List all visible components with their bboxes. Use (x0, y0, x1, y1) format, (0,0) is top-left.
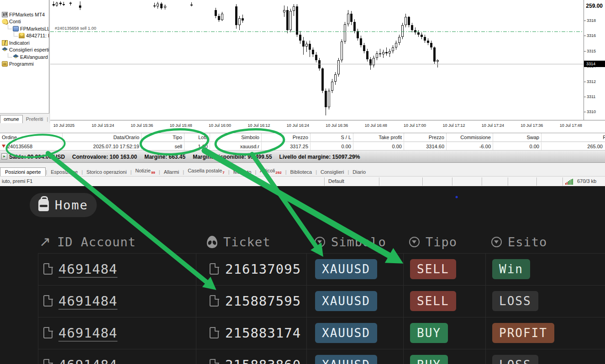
tab-casella-postale[interactable]: Casella postale7 (184, 166, 228, 176)
esito-tag[interactable]: LOSS (492, 355, 538, 364)
order-cell[interactable]: 3314.60 (404, 142, 447, 150)
time-tick-label: 10 Jul 17:00 (404, 123, 426, 128)
navigator-panel: FPMarkets MT4ContiFPMarketsLLC4842711: I… (0, 0, 49, 123)
ticket-value[interactable]: 216137095 (225, 261, 301, 277)
tipo-tag[interactable]: BUY (410, 355, 448, 364)
order-cell[interactable]: sell (142, 142, 184, 150)
simbolo-tag[interactable]: XAUUSD (315, 291, 377, 311)
account-id-link[interactable]: 4691484 (58, 325, 117, 341)
status-profile[interactable]: Default (328, 178, 344, 184)
order-cell[interactable]: 2025.07.10 17:52:19 (63, 142, 142, 150)
navigator-tab-omune[interactable]: omune (0, 115, 23, 123)
orders-header-take-profit[interactable]: Take profit (353, 133, 404, 141)
tab-consiglieri[interactable]: Consiglieri (317, 168, 347, 176)
candle (357, 31, 359, 38)
orders-header-lotti[interactable]: Lotti (184, 133, 210, 141)
tab-allarmi[interactable]: Allarmi (160, 168, 183, 176)
summary-profit: 259.00 (586, 0, 603, 12)
sidebar-item-eavanguard[interactable]: EAVanguard (0, 53, 49, 61)
orders-header-s-l[interactable]: S / L (310, 133, 353, 141)
orders-header-commissione[interactable]: Commissione (447, 133, 493, 141)
orders-table-row[interactable]: 2401356582025.07.10 17:52:19sell1.00xauu… (0, 142, 605, 151)
home-button[interactable]: Home (30, 193, 97, 217)
esito-tag[interactable]: LOSS (492, 291, 538, 311)
tab-biblioteca[interactable]: Biblioteca (287, 168, 316, 176)
orders-header-swap[interactable]: Swap (493, 133, 542, 141)
simbolo-tag[interactable]: XAUUSD (315, 259, 377, 279)
expand-summary-icon[interactable]: ▸ (1, 153, 7, 160)
order-cell[interactable]: xauusd.r (210, 142, 262, 150)
esito-tag[interactable]: PROFIT (492, 323, 554, 343)
sidebar-item-consiglieri-esperti[interactable]: Consiglieri esperti (0, 47, 49, 54)
statusbar-separator (379, 177, 380, 186)
candle (235, 6, 237, 25)
tab-notizie[interactable]: Notizie99 (132, 166, 159, 176)
select-icon (491, 237, 502, 247)
tab-diario[interactable]: Diario (349, 168, 369, 176)
sidebar-item-programmi[interactable]: Programmi (0, 61, 49, 68)
orders-header-profit[interactable]: Profit (542, 133, 605, 141)
time-tick-label: 10 Jul 16:00 (209, 123, 231, 128)
order-cell[interactable]: 1.00 (184, 142, 210, 150)
candle (325, 91, 327, 107)
order-cell[interactable]: 0.00 (353, 142, 404, 150)
time-tick-label: 10 Jul 16:12 (247, 123, 270, 128)
page-icon (210, 263, 219, 275)
esito-tag[interactable]: Win (492, 259, 530, 279)
column-header-simbolo[interactable]: Simbolo (315, 230, 386, 253)
column-header-id-account[interactable]: ↗ID Account (39, 230, 136, 253)
orders-header-prezzo[interactable]: Prezzo (404, 133, 447, 141)
sidebar-item-4842711-i[interactable]: 4842711: I (0, 32, 49, 40)
tab-articoli[interactable]: Articoli292 (256, 166, 285, 176)
candle (366, 51, 368, 59)
time-axis[interactable]: 10 Jul 202510 Jul 15:2410 Jul 15:3610 Ju… (50, 120, 605, 133)
ticket-value[interactable]: 215883174 (225, 325, 301, 341)
navigator-tab-preferiti[interactable]: Preferiti (23, 115, 47, 123)
tab-posizioni-aperte[interactable]: Posizioni aperte (0, 167, 46, 176)
price-chart[interactable]: #240135658 sell 1.00 (50, 0, 584, 120)
candle (302, 41, 305, 47)
tipo-tag[interactable]: BUY (410, 323, 448, 343)
page: #240135658 sell 1.00 3318331633153314331… (0, 0, 605, 364)
simbolo-tag[interactable]: XAUUSD (315, 355, 377, 364)
candle (53, 4, 55, 5)
column-header-esito[interactable]: Esito (491, 230, 547, 253)
order-cell[interactable]: 265.00 (542, 142, 605, 150)
tab-badge: 7 (222, 171, 224, 175)
orders-header-prezzo[interactable]: Prezzo (262, 133, 310, 141)
ticket-value[interactable]: 215887595 (225, 293, 301, 309)
tipo-tag[interactable]: SELL (410, 291, 456, 311)
navigator-tabs: omunePreferiti| (0, 113, 49, 123)
orders-header-data-orario[interactable]: Data/Orario (63, 133, 142, 141)
order-cell[interactable]: 0.00 (493, 142, 542, 150)
orders-header-simbolo[interactable]: Simbolo (210, 133, 262, 141)
price-axis[interactable]: 33183316331533143312331133103314 (584, 0, 605, 133)
tab-mercato[interactable]: Mercato (230, 168, 255, 176)
candle (56, 3, 58, 5)
order-cell[interactable]: 0.00 (310, 142, 353, 150)
candle (376, 53, 378, 58)
tab-storico-operazioni[interactable]: Storico operazioni (83, 168, 130, 176)
sidebar-item-fpmarkets-mt4[interactable]: FPMarkets MT4 (0, 11, 49, 18)
candle (218, 16, 220, 20)
tipo-tag[interactable]: SELL (410, 259, 456, 279)
order-cell[interactable]: -6.00 (447, 142, 493, 150)
sidebar-item-conti[interactable]: Conti (0, 18, 49, 26)
simbolo-tag[interactable]: XAUUSD (315, 323, 377, 343)
status-help-text: iuto, premi F1 (2, 178, 32, 184)
account-id-link[interactable]: 4691484 (58, 293, 117, 309)
column-header-tipo[interactable]: Tipo (409, 230, 457, 253)
account-id-link[interactable]: 4691484 (58, 261, 117, 277)
ticket-value[interactable]: 215883860 (225, 357, 301, 364)
current-price-line (50, 64, 584, 64)
tab-esposizione[interactable]: Esposizione (47, 168, 81, 176)
orders-header-ordine[interactable]: Ordine (0, 133, 63, 141)
order-cell[interactable]: 240135658 (0, 142, 63, 150)
order-cell[interactable]: 3317.25 (262, 142, 310, 150)
orders-header-tipo[interactable]: Tipo (142, 133, 184, 141)
account-id-link[interactable]: 4691484 (58, 357, 117, 364)
sidebar-item-fpmarketsllc[interactable]: FPMarketsLLC (0, 25, 49, 32)
column-header-ticket[interactable]: Ticket (207, 230, 271, 253)
candle (363, 45, 365, 51)
sidebar-item-indicatori[interactable]: Indicatori (0, 39, 49, 47)
